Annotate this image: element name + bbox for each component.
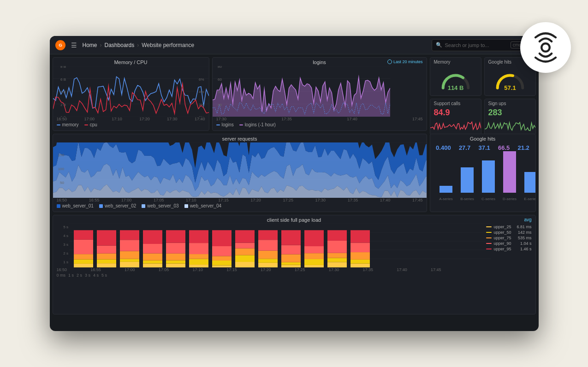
y-axis-labels: 0 ms1 s2 s3 s4 s5 s — [53, 272, 535, 278]
sign-ups-panel: Sign ups 283 — [484, 99, 536, 135]
memory-cpu-legend: memory cpu — [53, 121, 209, 129]
last-badge: Last 20 minutes — [387, 59, 423, 64]
memory-cpu-panel: Memory / CPU 16:5017:0017:1017:2017:3017… — [53, 57, 209, 131]
breadcrumb-sep2: › — [137, 42, 139, 48]
breadcrumb-dashboards[interactable]: Dashboards — [105, 42, 135, 48]
server-requests-panel: server requests 16:5016:5517:0017:0517:1… — [53, 134, 427, 212]
logins-legend: logins logins (-1 hour) — [213, 121, 427, 129]
client-page-load-title: client side full page load — [53, 215, 535, 224]
server-time-axis: 16:5016:5517:0017:0517:1017:1517:2017:25… — [53, 198, 427, 202]
bar-val-a: 0.400 — [436, 144, 451, 151]
topbar: G ☰ Home › Dashboards › Website performa… — [50, 36, 539, 54]
breadcrumb-current: Website performance — [142, 42, 194, 48]
client-page-load-row: client side full page load avg upper_256… — [53, 215, 536, 314]
row2: server requests 16:5016:5517:0017:0517:1… — [53, 134, 536, 212]
breadcrumb-home[interactable]: Home — [83, 42, 97, 48]
broadcast-svg — [529, 31, 562, 64]
breadcrumb-sep1: › — [100, 42, 102, 48]
memory-cpu-time-axis: 16:5017:0017:1017:2017:3017:40 — [53, 117, 209, 121]
hamburger-menu[interactable]: ☰ — [71, 41, 77, 49]
svg-point-2 — [541, 43, 550, 52]
google-hits-bar-panel: Google hits 0.400 27.7 37.1 66.5 21.2 — [430, 134, 536, 212]
google-hits-bar-title: Google hits — [430, 134, 535, 142]
bar-val-b: 27.7 — [459, 144, 470, 151]
bar-val-e: 21.2 — [518, 144, 529, 151]
search-icon: 🔍 — [436, 42, 442, 48]
search-input[interactable]: Search or jump to... — [445, 42, 508, 48]
breadcrumb: Home › Dashboards › Website performance — [83, 42, 195, 48]
dashboard-frame: G ☰ Home › Dashboards › Website performa… — [50, 36, 539, 331]
right-panels: Memory Google hits Support calls — [430, 57, 536, 131]
support-calls-value: 84.9 — [430, 107, 481, 118]
main-content: Memory / CPU 16:5017:0017:1017:2017:3017… — [50, 54, 539, 317]
google-bar-numbers: 0.400 27.7 37.1 66.5 21.2 — [430, 142, 535, 151]
sparkline-row: Support calls 84.9 Sign ups 283 — [430, 99, 536, 135]
logins-panel: logins Last 20 minutes 17:3017:3517:4017… — [212, 57, 427, 131]
row1: Memory / CPU 16:5017:0017:1017:2017:3017… — [53, 57, 536, 131]
broadcast-icon — [520, 22, 571, 73]
memory-gauge-panel: Memory — [430, 57, 481, 96]
sign-ups-title: Sign ups — [485, 99, 535, 107]
client-time-axis: 16:5016:5517:0017:0517:1017:1517:2017:25… — [53, 267, 445, 272]
bar-val-d: 66.5 — [498, 144, 510, 151]
server-requests-title: server requests — [53, 134, 427, 142]
memory-cpu-title: Memory / CPU — [53, 58, 209, 66]
support-calls-title: Support calls — [430, 99, 481, 107]
memory-gauge-title: Memory — [430, 58, 481, 65]
support-calls-panel: Support calls 84.9 — [430, 99, 481, 135]
client-page-load-panel: client side full page load avg upper_256… — [53, 215, 536, 314]
gauge-row: Memory Google hits — [430, 57, 536, 96]
server-legend: web_server_01 web_server_02 web_server_0… — [53, 202, 427, 210]
search-bar[interactable]: 🔍 Search or jump to... cmd+k — [432, 39, 533, 51]
client-legend: upper_256.81 ms upper_50142 ms upper_755… — [486, 225, 531, 251]
logins-time-axis: 17:3017:3517:4017:45 — [213, 117, 427, 121]
svg-text:G: G — [59, 42, 62, 47]
bar-val-c: 37.1 — [478, 144, 490, 151]
grafana-logo: G — [55, 40, 65, 50]
avg-label: avg — [524, 217, 531, 222]
sign-ups-value: 283 — [485, 107, 535, 118]
